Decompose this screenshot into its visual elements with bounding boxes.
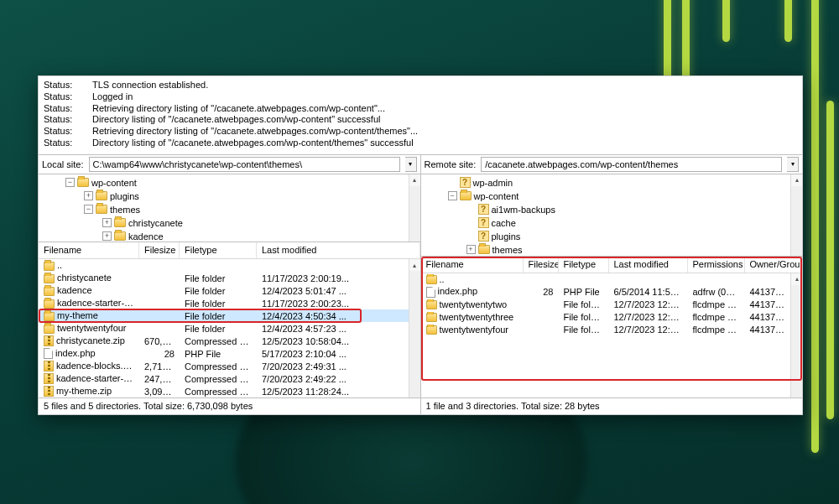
tree-expander-icon[interactable]: −: [448, 191, 457, 200]
local-site-dropdown[interactable]: ▾: [405, 157, 417, 172]
list-row[interactable]: christycaneteFile folder11/17/2023 2:00:…: [39, 272, 409, 284]
tree-node[interactable]: +christycanete: [42, 216, 417, 230]
unknown-folder-icon: ?: [478, 204, 489, 215]
folder-icon: [44, 312, 55, 321]
list-row[interactable]: kadence-starter-template...247,720Compre…: [39, 372, 409, 385]
scrollbar[interactable]: ▴: [790, 174, 802, 256]
file-icon: [426, 287, 435, 298]
list-row[interactable]: index.php28PHP File5/17/2023 2:10:04 ...: [39, 347, 409, 360]
status-text: Logged in: [92, 91, 133, 103]
cell-ownergroup: 4413733_chr...: [745, 287, 791, 297]
unknown-folder-icon: ?: [460, 177, 471, 188]
scrollbar[interactable]: ▴: [409, 174, 420, 242]
cell-lastmodified: 12/7/2023 12:2...: [609, 312, 688, 322]
col-filetype[interactable]: Filetype: [559, 257, 609, 273]
col-filesize[interactable]: Filesize: [524, 257, 559, 273]
site-bars: Local site: ▾ Remote site: ▾: [39, 155, 802, 174]
local-site-label: Local site:: [42, 159, 84, 169]
tree-node[interactable]: ?plugins: [425, 230, 800, 243]
tree-expander-icon[interactable]: +: [102, 231, 112, 241]
tree-node[interactable]: ?cache: [425, 216, 800, 230]
local-footer: 5 files and 5 directories. Total size: 6…: [39, 398, 421, 414]
col-lastmodified[interactable]: Last modified: [609, 257, 688, 273]
cell-filetype: File folder: [559, 312, 609, 322]
local-list-body[interactable]: ▴ ..christycaneteFile folder11/17/2023 2…: [39, 259, 420, 397]
cell-filename: kadence-starter-templates: [57, 298, 139, 308]
folder-icon: [114, 218, 126, 227]
tree-expander-icon[interactable]: −: [65, 178, 75, 187]
col-filetype[interactable]: Filetype: [180, 242, 257, 258]
tree-label: themes: [492, 245, 523, 255]
cell-lastmodified: 12/4/2023 4:57:23 ...: [257, 324, 409, 334]
tree-label: plugins: [492, 231, 521, 242]
cell-filename: my-theme: [57, 310, 98, 320]
tree-node[interactable]: −wp-content: [42, 176, 417, 190]
tree-expander-icon[interactable]: +: [102, 218, 112, 227]
status-label: Status:: [44, 114, 76, 126]
list-row[interactable]: my-themeFile folder12/4/2023 4:50:34 ...: [39, 309, 409, 322]
tree-expander-icon[interactable]: +: [466, 245, 476, 254]
cell-lastmodified: 12/5/2023 11:28:24...: [257, 387, 409, 397]
col-filesize[interactable]: Filesize: [139, 242, 180, 258]
zip-icon: [44, 386, 54, 397]
scrollbar[interactable]: ▴: [409, 259, 420, 397]
remote-list-body[interactable]: ▴ ..index.php28PHP File6/5/2014 11:59:..…: [421, 273, 803, 398]
folder-icon: [96, 191, 107, 200]
cell-filetype: Compressed (zipp...: [180, 374, 257, 384]
remote-list: Filename Filesize Filetype Last modified…: [421, 257, 803, 398]
local-list-header[interactable]: Filename Filesize Filetype Last modified: [39, 242, 420, 259]
list-row[interactable]: kadence-starter-templatesFile folder11/1…: [39, 297, 409, 309]
list-row[interactable]: my-theme.zip3,092,345Compressed (zipp...…: [39, 385, 409, 397]
list-row[interactable]: christycanete.zip670,157Compressed (zipp…: [39, 335, 409, 347]
status-label: Status:: [44, 126, 76, 138]
folder-icon: [44, 262, 55, 271]
tree-node[interactable]: ?ai1wm-backups: [425, 203, 800, 216]
scroll-up-icon[interactable]: ▴: [791, 273, 802, 285]
status-text: TLS connection established.: [92, 80, 208, 91]
tree-node[interactable]: +plugins: [42, 190, 417, 203]
list-row[interactable]: index.php28PHP File6/5/2014 11:59:...adf…: [421, 286, 791, 299]
tree-label: kadence: [128, 231, 164, 242]
folder-icon: [426, 325, 437, 335]
tree-node[interactable]: −wp-content: [425, 190, 800, 203]
col-lastmodified[interactable]: Last modified: [257, 242, 420, 258]
col-filename[interactable]: Filename: [39, 242, 139, 258]
folder-icon: [426, 275, 437, 284]
tree-expander-icon[interactable]: +: [84, 191, 93, 200]
remote-list-header[interactable]: Filename Filesize Filetype Last modified…: [421, 257, 803, 273]
cell-filesize: 670,157: [139, 336, 180, 346]
list-row[interactable]: ..: [421, 273, 791, 286]
tree-node[interactable]: −themes: [42, 203, 417, 216]
status-label: Status:: [44, 80, 76, 91]
remote-site-bar: Remote site: ▾: [421, 155, 803, 174]
scroll-up-icon[interactable]: ▴: [409, 259, 420, 271]
tree-node[interactable]: +kadence: [42, 230, 417, 243]
list-row[interactable]: twentytwentythreeFile folder12/7/2023 12…: [421, 311, 791, 324]
cell-lastmodified: 11/17/2023 2:00:19...: [257, 273, 409, 283]
scrollbar[interactable]: ▴: [790, 273, 802, 398]
col-ownergroup[interactable]: Owner/Group: [745, 257, 803, 273]
cell-permissions: flcdmpe (0...: [688, 325, 745, 335]
list-row[interactable]: kadenceFile folder12/4/2023 5:01:47 ...: [39, 284, 409, 297]
remote-tree[interactable]: ▴ ?wp-admin−wp-content?ai1wm-backups?cac…: [421, 174, 803, 257]
scroll-up-icon[interactable]: ▴: [791, 174, 802, 186]
scroll-up-icon[interactable]: ▴: [409, 174, 420, 186]
list-row[interactable]: twentytwentytwoFile folder12/7/2023 12:2…: [421, 299, 791, 311]
tree-expander-icon[interactable]: −: [84, 205, 93, 214]
list-row[interactable]: twentytwentyfourFile folder12/7/2023 12:…: [421, 324, 791, 336]
remote-site-input[interactable]: [481, 157, 782, 172]
remote-site-dropdown[interactable]: ▾: [787, 157, 799, 172]
local-tree[interactable]: ▴ −wp-content+plugins−themes+christycane…: [39, 174, 420, 243]
local-site-input[interactable]: [89, 157, 400, 172]
list-row[interactable]: kadence-blocks.zip2,719,848Compressed (z…: [39, 360, 409, 372]
tree-node[interactable]: ?wp-admin: [425, 176, 800, 190]
list-row[interactable]: twentytwentyfourFile folder12/4/2023 4:5…: [39, 322, 409, 335]
cell-permissions: flcdmpe (0...: [688, 299, 745, 309]
panes: ▴ −wp-content+plugins−themes+christycane…: [39, 174, 802, 398]
col-permissions[interactable]: Permissions: [688, 257, 745, 273]
cell-filetype: File folder: [180, 311, 257, 321]
col-filename[interactable]: Filename: [421, 257, 524, 273]
cell-filetype: File folder: [180, 299, 257, 309]
tree-node[interactable]: +themes: [425, 243, 800, 257]
list-row[interactable]: ..: [39, 259, 409, 272]
